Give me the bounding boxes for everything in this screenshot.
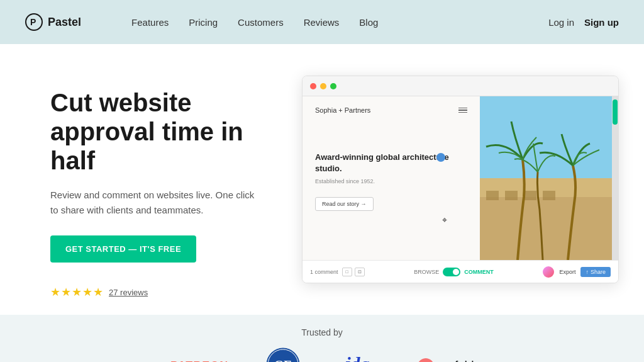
icon-box-2: ⊡ [355,268,365,276]
svg-text:P: P [30,17,36,27]
header: P Pastel Features Pricing Customers Revi… [0,0,644,44]
svg-text:GE: GE [274,358,292,362]
site-nav: Sophia + Partners [315,106,467,114]
patreon-logo: PATREON [170,359,228,363]
palm-tree-svg [480,96,618,260]
svg-rect-7 [524,191,536,200]
cursor-icon: ⌖ [442,215,447,225]
hero-title: Cut website approval time in half [50,88,264,175]
svg-rect-10 [613,99,618,125]
cta-button[interactable]: GET STARTED — IT'S FREE [50,235,196,263]
nav-blog[interactable]: Blog [359,17,378,28]
hero-subtitle: Review and comment on websites live. One… [50,188,264,218]
browser-bar [303,76,618,96]
hamburger-icon [458,108,467,113]
star-rating: ★★★★★ [50,285,104,299]
logos-row: PATREON GE jda WORLDWIDE unfold [170,348,474,362]
unfold-logo: unfold [415,358,474,362]
comment-indicator [436,153,445,162]
logo-text: Pastel [48,16,81,29]
trusted-label: Trusted by [301,327,343,337]
jda-logo: jda WORLDWIDE [338,353,377,363]
bottom-center: BROWSE COMMENT [414,268,494,276]
nav-pricing[interactable]: Pricing [189,17,218,28]
toggle-knob [453,269,459,275]
read-story-button[interactable]: Read our story → [315,197,374,211]
browser-bottom-bar: 1 comment □ ⊡ BROWSE COMMENT Export ↑ Sh… [303,260,618,283]
bottom-icons: □ ⊡ [342,268,365,276]
bottom-left: 1 comment □ ⊡ [310,268,365,276]
svg-rect-5 [486,191,499,200]
maximize-dot [330,83,336,89]
trusted-section: Trusted by PATREON GE jda WORLDWIDE unfo… [0,315,644,362]
reviews-link[interactable]: 27 reviews [109,288,148,297]
site-name: Sophia + Partners [315,106,370,114]
reviews-row: ★★★★★ 27 reviews [50,285,264,299]
share-button[interactable]: ↑ Share [580,267,611,277]
share-icon: ↑ [586,269,589,275]
logo-icon: P [25,13,43,31]
bottom-right: Export ↑ Share [543,266,611,278]
browser-right-panel [480,96,618,260]
avatar [543,266,554,278]
nav: Features Pricing Customers Reviews Blog [131,17,378,28]
signup-button[interactable]: Sign up [584,17,619,28]
logo[interactable]: P Pastel [25,13,81,31]
nav-customers[interactable]: Customers [238,17,284,28]
minimize-dot [320,83,326,89]
browse-comment-toggle[interactable] [443,268,460,276]
browse-label: BROWSE [414,269,439,275]
svg-rect-8 [543,191,555,200]
hero-section: Cut website approval time in half Review… [50,76,264,299]
comment-label: COMMENT [464,269,494,275]
export-button[interactable]: Export [559,269,575,275]
svg-rect-6 [505,191,518,200]
ge-logo: GE [266,348,300,362]
icon-box-1: □ [342,268,352,276]
browser-left-panel: Sophia + Partners Award-winning global a… [303,96,480,260]
browser-mockup: Sophia + Partners Award-winning global a… [302,76,619,283]
nav-reviews[interactable]: Reviews [304,17,340,28]
browser-content: Sophia + Partners Award-winning global a… [303,96,618,260]
unfold-icon [415,358,436,362]
nav-features[interactable]: Features [131,17,169,28]
login-button[interactable]: Log in [548,17,574,28]
site-subtitle: Established since 1952. [315,178,467,184]
palm-image [480,96,618,260]
unfold-text: unfold [441,359,474,363]
comment-count: 1 comment [310,269,338,275]
main-content: Cut website approval time in half Review… [0,44,644,315]
auth-buttons: Log in Sign up [548,17,619,28]
close-dot [310,83,316,89]
